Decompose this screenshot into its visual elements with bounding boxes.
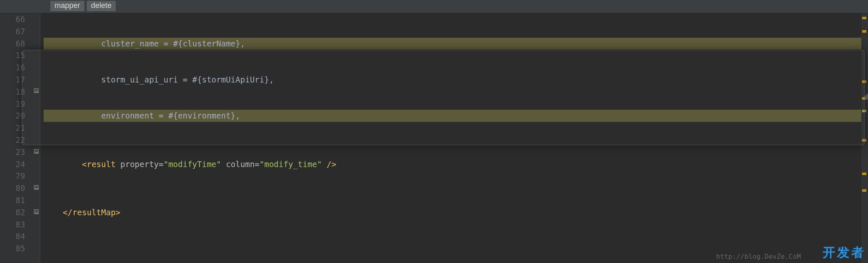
error-stripe[interactable] — [861, 13, 868, 263]
code-line[interactable]: <result property="modifyTime" column="mo… — [44, 158, 861, 170]
warning-marker-icon[interactable] — [862, 189, 866, 192]
line-number: 19 — [0, 98, 25, 110]
breadcrumb-item[interactable]: mapper — [50, 1, 84, 11]
warning-marker-icon[interactable] — [862, 110, 866, 112]
line-number: 82 — [0, 206, 25, 219]
code-line[interactable]: </resultMap> — [44, 206, 861, 219]
fold-toggle-icon[interactable] — [34, 88, 39, 93]
line-number: 68 — [0, 38, 25, 50]
line-number: 67 — [0, 26, 25, 38]
line-number: 16 — [0, 62, 25, 74]
line-number-gutter: 66 67 68 15 16 17 18 19 20 21 22 23 24 7… — [0, 13, 33, 263]
line-number: 24 — [0, 158, 25, 170]
warning-marker-icon[interactable] — [862, 80, 866, 83]
warning-marker-icon[interactable] — [862, 17, 866, 19]
fold-toggle-icon[interactable] — [34, 209, 39, 214]
breadcrumb: mapper delete — [0, 0, 868, 13]
line-number: 80 — [0, 182, 25, 194]
line-number: 84 — [0, 230, 25, 242]
code-editor[interactable]: 66 67 68 15 16 17 18 19 20 21 22 23 24 7… — [0, 13, 868, 263]
code-line[interactable]: cluster_name = #{clusterName}, — [44, 38, 861, 50]
line-number: 15 — [0, 49, 25, 62]
line-number: 23 — [0, 146, 25, 158]
line-number: 85 — [0, 242, 25, 255]
fold-toggle-icon[interactable] — [34, 149, 39, 154]
watermark-logo: 开发者 — [823, 244, 865, 261]
line-number: 21 — [0, 122, 25, 134]
line-number: 20 — [0, 110, 25, 122]
line-number: 18 — [0, 86, 25, 98]
warning-marker-icon[interactable] — [862, 139, 866, 142]
line-number: 66 — [0, 13, 25, 26]
fold-toggle-icon[interactable] — [34, 185, 39, 190]
arrow-right-icon — [864, 93, 868, 101]
watermark-url: http://blog.DevZe.CoM — [716, 253, 801, 260]
warning-marker-icon[interactable] — [862, 30, 866, 33]
code-line[interactable]: environment = #{environment}, — [44, 110, 861, 122]
line-number: 17 — [0, 74, 25, 86]
code-line[interactable]: storm_ui_api_uri = #{stormUiApiUri}, — [44, 74, 861, 86]
line-number: 22 — [0, 134, 25, 146]
fold-column — [33, 13, 40, 263]
breadcrumb-item[interactable]: delete — [87, 1, 116, 11]
warning-marker-icon[interactable] — [862, 173, 866, 175]
line-number: 79 — [0, 170, 25, 182]
code-area[interactable]: cluster_name = #{clusterName}, storm_ui_… — [40, 13, 861, 263]
line-number: 83 — [0, 219, 25, 231]
line-number: 81 — [0, 194, 25, 206]
